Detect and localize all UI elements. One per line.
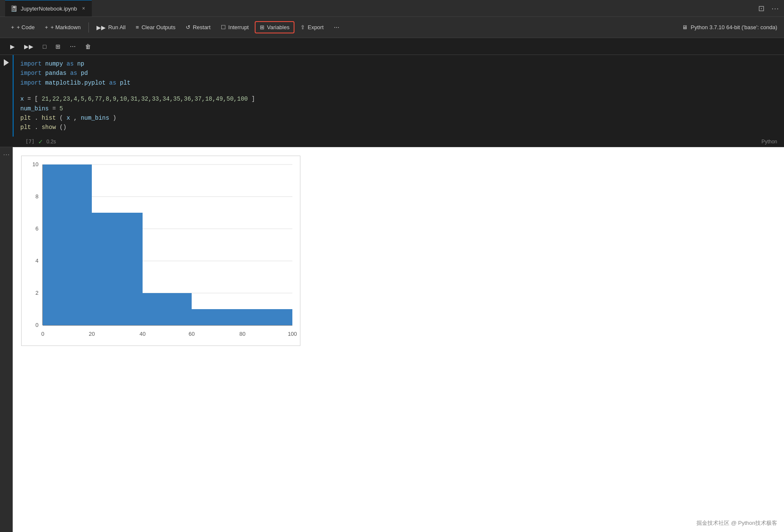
svg-text:6: 6 [36, 225, 39, 232]
bar-40-60 [143, 293, 192, 325]
module-pandas: pandas [45, 70, 66, 77]
output-menu-button[interactable]: ⋯ [3, 151, 10, 159]
svg-text:8: 8 [36, 193, 39, 200]
output-gutter: ⋯ [0, 147, 13, 532]
run-cell-button[interactable]: ▶ [7, 41, 18, 52]
add-markdown-button[interactable]: + + Markdown [41, 22, 85, 33]
code-line-7: plt . show () [20, 123, 777, 132]
svg-text:4: 4 [36, 258, 39, 264]
run-all-icon: ▶▶ [96, 24, 106, 31]
add-code-icon: + [11, 24, 14, 30]
svg-text:100: 100 [288, 331, 297, 337]
main-toolbar: + + Code + + Markdown ▶▶ Run All ≡ Clear… [0, 17, 784, 38]
code-line-2: import pandas as pd [20, 69, 777, 78]
tab-label: JupyterNotebook.ipynb [21, 5, 77, 12]
svg-text:0: 0 [36, 322, 39, 328]
svg-text:0: 0 [41, 331, 44, 337]
svg-text:60: 60 [189, 331, 195, 337]
alias-np: np [77, 60, 84, 67]
bar-80-100 [242, 309, 292, 325]
keyword-import-1: import [20, 60, 41, 67]
code-line-1: import numpy as np [20, 59, 777, 69]
hist-fn: hist [41, 115, 56, 121]
restart-button[interactable]: ↺ Restart [182, 22, 215, 33]
keyword-import-3: import [20, 80, 41, 86]
export-button[interactable]: ⇧ Export [296, 22, 328, 33]
clear-outputs-label: Clear Outputs [141, 24, 175, 30]
add-markdown-icon: + [45, 24, 48, 30]
stop-cell-button[interactable]: □ [39, 41, 50, 52]
more-toolbar-icon: ⋯ [334, 24, 339, 30]
execution-time: 0.2s [47, 139, 56, 145]
cell-code-area[interactable]: import numpy as np import pandas as pd [13, 55, 784, 137]
main-content: ▶ ▶▶ □ ⊞ ⋯ 🗑 import numpy as np [0, 38, 784, 532]
notebook-tab[interactable]: 📓 JupyterNotebook.ipynb × [5, 0, 92, 16]
run-all-label: Run All [108, 24, 126, 30]
keyword-as-3: as [109, 80, 116, 86]
variable-explorer-button[interactable]: ⊞ [52, 41, 64, 52]
cell-wrapper: import numpy as np import pandas as pd [0, 55, 784, 137]
run-all-button[interactable]: ▶▶ Run All [92, 22, 130, 33]
module-numpy: numpy [45, 60, 63, 67]
variables-icon: ⊞ [260, 24, 264, 30]
delete-cell-button[interactable]: 🗑 [82, 41, 94, 52]
svg-text:80: 80 [239, 331, 245, 337]
variables-button[interactable]: ⊞ Variables [255, 21, 294, 33]
split-editor-icon[interactable]: ⊡ [758, 4, 765, 13]
list-values: 21,22,23,4,5,6,77,8,9,10,31,32,33,34,35,… [41, 96, 248, 102]
title-bar: 📓 JupyterNotebook.ipynb × ⊡ ⋯ [0, 0, 784, 17]
code-blank-line [20, 88, 777, 94]
clear-outputs-button[interactable]: ≡ Clear Outputs [132, 22, 180, 33]
plt-call-1: plt [20, 115, 31, 121]
python-version-label: Python 3.7.10 64-bit ('base': conda) [691, 24, 777, 30]
more-toolbar-button[interactable]: ⋯ [330, 22, 344, 33]
svg-text:2: 2 [36, 290, 39, 296]
alias-plt: plt [120, 80, 130, 86]
more-actions-icon[interactable]: ⋯ [771, 4, 779, 13]
python-label: Python [762, 139, 777, 145]
show-fn: show [41, 124, 56, 131]
svg-text:20: 20 [89, 331, 95, 337]
toolbar-right: 🖥 Python 3.7.10 64-bit ('base': conda) [682, 24, 777, 30]
run-below-button[interactable]: ▶▶ [21, 41, 37, 52]
variables-label: Variables [267, 24, 289, 30]
code-line-3: import matplotlib.pyplot as plt [20, 78, 777, 88]
add-code-label: + Code [17, 24, 35, 30]
interrupt-label: Interrupt [228, 24, 249, 30]
run-triangle-icon[interactable] [4, 59, 9, 66]
cell-run-indicator[interactable] [0, 55, 13, 137]
code-line-4: x = [ 21,22,23,4,5,6,77,8,9,10,31,32,33,… [20, 94, 777, 104]
more-cell-button[interactable]: ⋯ [66, 41, 79, 52]
restart-label: Restart [193, 24, 211, 30]
keyword-import-2: import [20, 70, 41, 77]
title-bar-actions: ⊡ ⋯ [758, 4, 779, 13]
value-5: 5 [59, 105, 63, 112]
add-code-button[interactable]: + + Code [7, 22, 39, 33]
bar-20-40 [92, 213, 143, 325]
var-x: x [20, 96, 24, 102]
tab-close-button[interactable]: × [80, 5, 87, 12]
clear-outputs-icon: ≡ [136, 24, 139, 30]
restart-icon: ↺ [186, 24, 190, 30]
cell-status-bar: [7] ✓ 0.2s Python [0, 137, 784, 147]
kernel-icon: 🖥 [682, 24, 688, 30]
histogram-chart: 0 2 4 6 8 10 0 20 40 60 80 100 [21, 156, 300, 346]
alias-pd: pd [81, 70, 88, 77]
arg-x: x [66, 115, 70, 121]
output-content: 0 2 4 6 8 10 0 20 40 60 80 100 [13, 147, 784, 532]
add-markdown-label: + Markdown [50, 24, 80, 30]
cell-number: [7] [25, 139, 35, 145]
var-num-bins: num_bins [20, 105, 49, 112]
bar-60-80 [192, 309, 242, 325]
svg-text:10: 10 [33, 161, 39, 167]
keyword-as-2: as [70, 70, 77, 77]
code-line-6: plt . hist ( x , num_bins ) [20, 113, 777, 123]
interrupt-button[interactable]: ☐ Interrupt [217, 22, 253, 33]
watermark-text: 掘金技术社区 @ Python技术极客 [696, 519, 777, 527]
notebook-icon: 📓 [10, 5, 17, 12]
toolbar-separator-1 [88, 22, 89, 33]
export-icon: ⇧ [300, 24, 305, 30]
plt-call-2: plt [20, 124, 31, 131]
bar-0-20 [43, 165, 92, 325]
code-cell: import numpy as np import pandas as pd [0, 55, 784, 137]
